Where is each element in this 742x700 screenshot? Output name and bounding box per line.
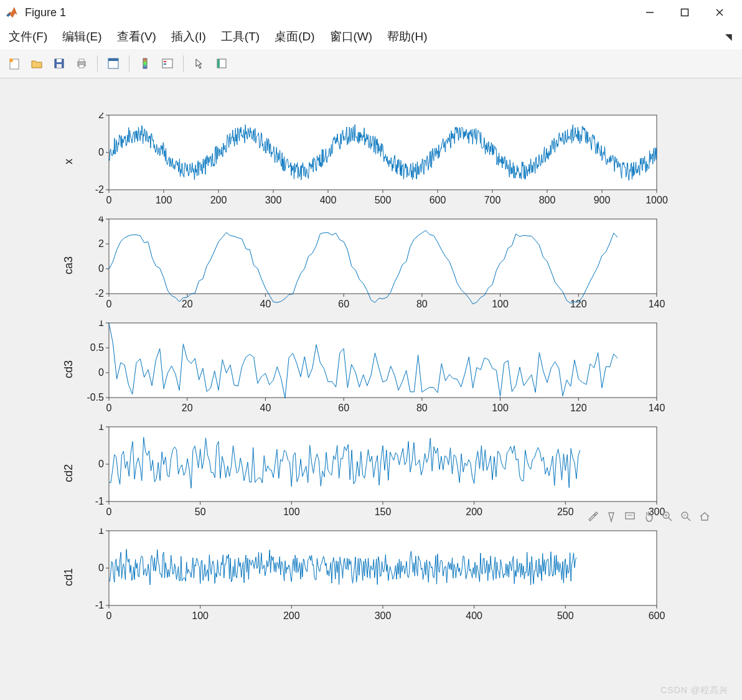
svg-text:0: 0 [98,459,104,469]
svg-text:600: 600 [430,195,446,205]
svg-text:0.5: 0.5 [90,342,104,353]
figure-canvas[interactable]: x-20201002003004005006007008009001000ca3… [0,78,742,700]
svg-text:200: 200 [210,195,227,205]
svg-line-145 [669,518,672,521]
axes[interactable]: -20201002003004005006007008009001000 [78,113,669,208]
legend-button[interactable] [157,53,178,74]
svg-text:2: 2 [98,113,104,120]
subplot-cd3: cd3-0.500.51020406080100120140 [59,320,700,418]
svg-text:0: 0 [98,263,104,274]
new-figure-button[interactable] [4,53,25,74]
svg-rect-17 [164,61,166,62]
svg-text:1: 1 [98,424,104,432]
watermark: CSDN @程高兴 [660,685,728,696]
svg-text:4: 4 [98,217,104,224]
svg-rect-11 [79,65,84,68]
figure-palette-button[interactable] [103,53,124,74]
svg-text:140: 140 [649,403,665,413]
save-button[interactable] [49,53,70,74]
svg-text:80: 80 [416,403,428,413]
svg-text:1: 1 [98,528,104,536]
svg-text:140: 140 [649,299,665,309]
pan-icon[interactable] [641,508,657,525]
svg-rect-18 [164,63,166,65]
menu-window[interactable]: 窗口(W) [325,27,378,47]
figure-window: Figure 1 文件(F) 编辑(E) 查看(V) 插入(I) 工具(T) 桌… [0,0,742,700]
properties-button[interactable] [211,53,232,74]
svg-text:0: 0 [106,610,112,621]
svg-text:0: 0 [106,403,112,413]
maximize-button[interactable] [667,0,702,25]
svg-line-149 [687,518,690,521]
titlebar: Figure 1 [0,0,742,25]
axes[interactable]: -1010100200300400500600 [78,528,669,624]
zoom-in-icon[interactable] [659,508,675,525]
svg-text:50: 50 [195,506,206,517]
svg-text:100: 100 [192,610,209,621]
svg-text:0: 0 [98,562,104,573]
menu-view[interactable]: 查看(V) [112,27,161,47]
axes[interactable]: -101050100150200250300 [78,424,669,520]
axes-toolbar [583,507,714,526]
svg-text:-1: -1 [95,600,104,610]
axes[interactable]: -0.500.51020406080100120140 [78,320,669,416]
dock-arrow-icon[interactable]: ◥ [725,32,732,42]
menu-desktop[interactable]: 桌面(D) [270,27,319,47]
minimize-button[interactable] [632,0,667,25]
svg-text:200: 200 [466,506,482,517]
svg-text:150: 150 [375,506,392,517]
menu-insert[interactable]: 插入(I) [166,27,211,47]
svg-text:40: 40 [260,299,271,309]
svg-text:1000: 1000 [646,195,668,205]
datatip-icon[interactable] [622,508,638,525]
svg-text:250: 250 [557,506,574,517]
menu-tools[interactable]: 工具(T) [216,27,265,47]
menu-edit[interactable]: 编辑(E) [57,27,106,47]
svg-text:700: 700 [484,195,501,205]
svg-rect-13 [108,58,118,61]
svg-rect-10 [79,59,84,62]
rotate-icon[interactable] [603,508,619,525]
svg-text:2: 2 [98,238,104,249]
svg-text:400: 400 [320,195,337,205]
svg-text:500: 500 [557,610,574,621]
svg-text:60: 60 [338,403,349,413]
subplot-cd1: cd1-1010100200300400500600 [59,528,700,626]
svg-text:100: 100 [283,506,300,517]
brush-icon[interactable] [585,508,601,525]
menu-help[interactable]: 帮助(H) [382,27,432,47]
toolbar-separator [97,55,98,72]
svg-text:0: 0 [98,147,104,157]
svg-rect-50 [109,219,657,294]
svg-rect-1 [682,9,688,16]
close-button[interactable] [702,0,737,25]
svg-text:200: 200 [283,610,300,621]
print-button[interactable] [71,53,92,74]
ylabel: cd3 [62,360,75,379]
color-bar-button[interactable] [134,53,156,74]
svg-rect-7 [57,59,62,62]
svg-text:0: 0 [98,367,104,378]
zoom-out-icon[interactable] [678,508,694,525]
subplot-x: x-20201002003004005006007008009001000 [59,113,700,210]
open-button[interactable] [26,53,47,74]
svg-text:1: 1 [98,320,104,328]
svg-text:300: 300 [265,195,282,205]
subplot-ca3: ca3-2024020406080100120140 [59,217,700,314]
menu-file[interactable]: 文件(F) [4,27,52,47]
svg-text:40: 40 [260,403,271,413]
svg-text:400: 400 [466,610,482,621]
ylabel: x [62,152,75,171]
svg-text:-2: -2 [95,288,104,299]
axes[interactable]: -2024020406080100120140 [78,217,669,312]
menubar: 文件(F) 编辑(E) 查看(V) 插入(I) 工具(T) 桌面(D) 窗口(W… [0,25,742,49]
ylabel: ca3 [62,256,75,275]
svg-text:20: 20 [182,403,193,413]
svg-text:100: 100 [492,299,509,309]
restore-view-icon[interactable] [697,508,713,525]
pointer-button[interactable] [189,53,210,74]
svg-text:500: 500 [375,195,392,205]
svg-text:-1: -1 [95,496,104,506]
svg-text:60: 60 [338,299,349,309]
svg-text:0: 0 [106,506,112,517]
